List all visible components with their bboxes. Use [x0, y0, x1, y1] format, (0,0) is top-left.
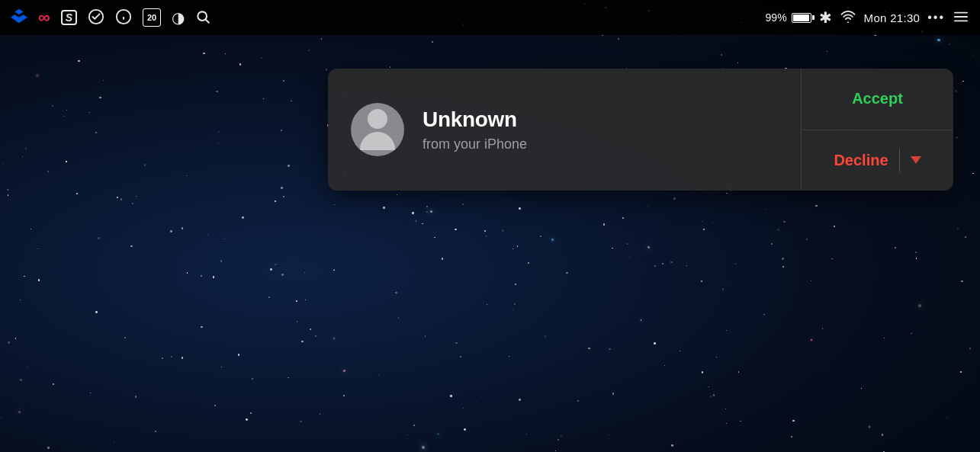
decline-inner: Decline: [834, 149, 921, 172]
battery-percent-label: 99%: [766, 11, 787, 24]
avatar-body: [360, 132, 395, 150]
bluetooth-icon[interactable]: ✱: [819, 10, 832, 25]
decline-divider: [899, 149, 900, 172]
menubar: ∞ S 20 ◑ 99%: [0, 0, 980, 35]
svg-line-5: [206, 19, 210, 23]
menubar-right-icons: 99% ✱ Mon 21:30 •••: [766, 10, 969, 26]
nightshift-icon[interactable]: ◑: [172, 10, 185, 25]
list-icon[interactable]: [953, 10, 969, 26]
dropbox-icon[interactable]: [11, 8, 27, 27]
avatar-head: [368, 109, 387, 129]
info-icon[interactable]: [115, 8, 132, 27]
desktop-background: [0, 0, 980, 452]
battery-status: 99%: [766, 11, 811, 24]
chevron-down-icon[interactable]: [911, 156, 921, 164]
svg-point-4: [198, 11, 207, 21]
notification-content: Unknown from your iPhone: [328, 69, 801, 191]
infinity-icon[interactable]: ∞: [38, 9, 50, 26]
avatar-person-icon: [360, 109, 395, 150]
skype-icon[interactable]: S: [61, 10, 77, 25]
accept-button[interactable]: Accept: [802, 69, 953, 130]
wifi-icon[interactable]: [840, 10, 856, 26]
caller-info: Unknown from your iPhone: [423, 107, 527, 152]
caller-subtitle: from your iPhone: [423, 136, 527, 152]
calendar-icon[interactable]: 20: [143, 8, 161, 27]
call-actions: Accept Decline: [801, 69, 953, 191]
battery-icon: [792, 13, 811, 23]
caller-name: Unknown: [423, 107, 527, 132]
decline-button[interactable]: Decline: [802, 130, 953, 191]
menu-time: Mon 21:30: [864, 11, 921, 24]
more-icon[interactable]: •••: [927, 11, 945, 24]
wunderlist-icon[interactable]: [88, 8, 104, 27]
search-icon[interactable]: [195, 9, 210, 27]
caller-avatar: [351, 103, 404, 156]
incoming-call-notification: Unknown from your iPhone Accept Decline: [328, 69, 953, 191]
menubar-left-icons: ∞ S 20 ◑: [11, 8, 210, 27]
